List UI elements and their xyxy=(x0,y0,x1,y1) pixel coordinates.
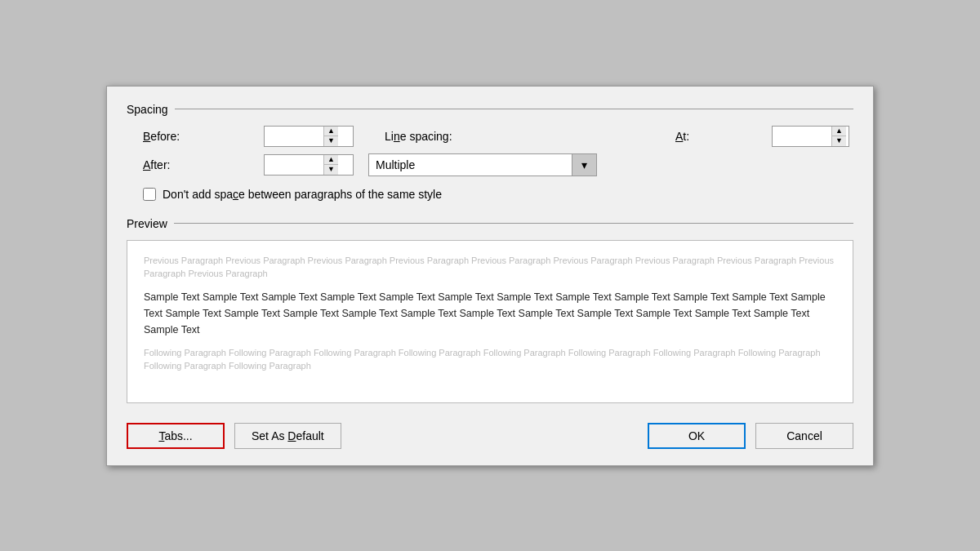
no-space-checkbox[interactable] xyxy=(143,188,156,201)
preview-section-title: Preview xyxy=(127,217,853,230)
after-spinbox[interactable]: 8 pt ▲ ▼ xyxy=(264,154,362,176)
line-spacing-select[interactable]: Single 1.5 lines Double At least Exactly… xyxy=(369,154,596,176)
preview-following-text: Following Paragraph Following Paragraph … xyxy=(144,346,836,373)
checkbox-row: Don't add space between paragraphs of th… xyxy=(143,188,853,201)
at-label: At: xyxy=(667,130,765,143)
after-arrows: ▲ ▼ xyxy=(323,155,338,175)
preview-title-text: Preview xyxy=(127,217,167,230)
preview-previous-text: Previous Paragraph Previous Paragraph Pr… xyxy=(144,254,836,281)
after-input[interactable]: 8 pt xyxy=(265,158,323,171)
at-input[interactable]: 1.08 xyxy=(773,130,831,143)
at-up-arrow[interactable]: ▲ xyxy=(832,127,846,137)
line-spacing-label: Line spacing: xyxy=(368,130,661,143)
spacing-grid: Before: 0 pt ▲ ▼ Line spacing: At: 1.08 … xyxy=(143,126,853,176)
preview-box: Previous Paragraph Previous Paragraph Pr… xyxy=(127,240,853,403)
cancel-button[interactable]: Cancel xyxy=(755,423,853,449)
before-down-arrow[interactable]: ▼ xyxy=(324,136,338,146)
at-down-arrow[interactable]: ▼ xyxy=(832,136,846,146)
after-down-arrow[interactable]: ▼ xyxy=(324,165,338,175)
set-default-button[interactable]: Set As Default xyxy=(234,423,341,449)
spacing-title-text: Spacing xyxy=(127,103,168,116)
before-spinbox[interactable]: 0 pt ▲ ▼ xyxy=(264,126,362,147)
line-spacing-select-wrap[interactable]: Single 1.5 lines Double At least Exactly… xyxy=(368,153,765,176)
paragraph-dialog: Spacing Before: 0 pt ▲ ▼ Line spacing: A… xyxy=(106,86,874,466)
before-arrows: ▲ ▼ xyxy=(323,127,338,146)
before-label: Before: xyxy=(143,130,257,143)
buttons-row: Tabs... Set As Default OK Cancel xyxy=(127,423,853,449)
before-up-arrow[interactable]: ▲ xyxy=(324,127,338,137)
at-arrows: ▲ ▼ xyxy=(831,127,846,146)
spacing-section-title: Spacing xyxy=(127,103,853,116)
ok-button[interactable]: OK xyxy=(648,423,746,449)
before-input[interactable]: 0 pt xyxy=(265,130,323,143)
no-space-label[interactable]: Don't add space between paragraphs of th… xyxy=(163,188,442,201)
after-label: After: xyxy=(143,158,257,171)
after-up-arrow[interactable]: ▲ xyxy=(324,155,338,166)
at-spinbox[interactable]: 1.08 ▲ ▼ xyxy=(772,126,853,147)
preview-sample-text: Sample Text Sample Text Sample Text Samp… xyxy=(144,289,836,338)
tabs-button[interactable]: Tabs... xyxy=(127,423,225,449)
